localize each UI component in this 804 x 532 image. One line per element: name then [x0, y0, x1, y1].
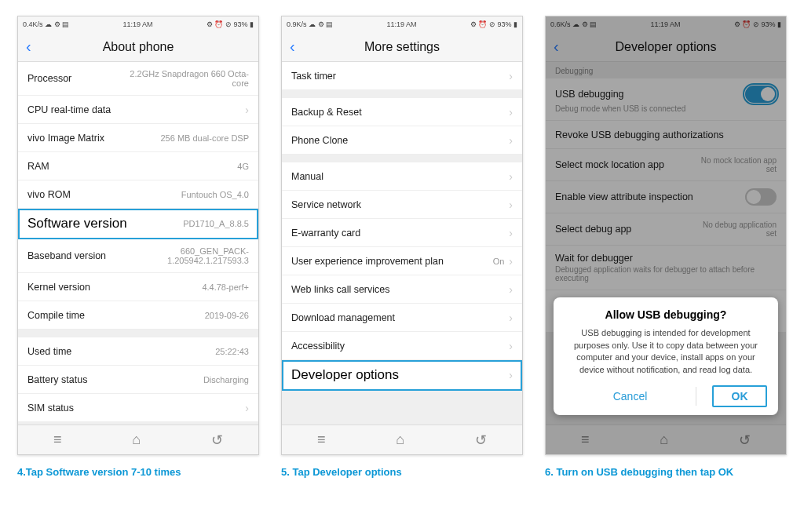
row-accessibility[interactable]: Accessibility › — [282, 332, 522, 360]
status-right: ⚙ ⏰ ⊘ 93% ▮ — [470, 20, 517, 28]
page-title: Developer options — [569, 40, 762, 54]
recent-apps-icon[interactable]: ≡ — [53, 432, 62, 448]
home-icon[interactable]: ⌂ — [660, 432, 668, 448]
page-title: More settings — [305, 40, 499, 54]
back-button[interactable]: ‹ — [290, 38, 305, 56]
settings-list: Task timer › Backup & Reset › Phone Clon… — [282, 62, 522, 425]
view-attr-toggle[interactable] — [745, 188, 777, 206]
row-vivo-rom[interactable]: vivo ROM Funtouch OS_4.0 — [18, 180, 258, 209]
chevron-right-icon: › — [509, 312, 513, 324]
section-gap — [282, 155, 522, 162]
status-left: 0.6K/s ☁ ⚙ ▤ — [550, 20, 597, 28]
chevron-right-icon: › — [245, 104, 249, 116]
row-label: Used time — [27, 346, 215, 357]
row-revoke-auth[interactable]: Revoke USB debugging authorizations — [546, 121, 786, 149]
row-label: Baseband version — [27, 250, 123, 261]
row-baseband[interactable]: Baseband version 660_GEN_PACK-1.205942.1… — [18, 239, 258, 273]
row-service-network[interactable]: Service network › — [282, 191, 522, 219]
header: ‹ About phone — [18, 32, 258, 62]
row-value: 4G — [237, 162, 249, 171]
row-label: Backup & Reset — [291, 107, 504, 118]
row-kernel[interactable]: Kernel version 4.4.78-perf+ — [18, 273, 258, 301]
phone-screen-about: 0.4K/s ☁ ⚙ ▤ 11:19 AM ⚙ ⏰ ⊘ 93% ▮ ‹ Abou… — [17, 16, 259, 455]
row-processor[interactable]: Processor 2.2GHz Snapdragon 660 Octa-cor… — [18, 62, 258, 96]
row-select-debug-app[interactable]: Select debug app No debug application se… — [546, 213, 786, 246]
dialog-cancel-button[interactable]: Cancel — [565, 385, 696, 407]
row-used-time[interactable]: Used time 25:22:43 — [18, 337, 258, 366]
row-label: CPU real-time data — [27, 104, 240, 115]
row-cpu-realtime[interactable]: CPU real-time data › — [18, 96, 258, 124]
row-label: Service network — [291, 199, 504, 210]
chevron-right-icon: › — [509, 369, 513, 381]
row-label: Compile time — [27, 310, 205, 321]
status-bar: 0.9K/s ☁ ⚙ ▤ 11:19 AM ⚙ ⏰ ⊘ 93% ▮ — [282, 16, 522, 32]
row-battery-status[interactable]: Battery status Discharging — [18, 366, 258, 394]
home-icon[interactable]: ⌂ — [396, 432, 404, 448]
row-label: Kernel version — [27, 282, 202, 293]
row-developer-options[interactable]: Developer options › — [282, 360, 522, 391]
status-left: 0.9K/s ☁ ⚙ ▤ — [287, 20, 333, 28]
row-ewarranty[interactable]: E-warranty card › — [282, 219, 522, 247]
row-label: Battery status — [27, 374, 203, 385]
row-ram[interactable]: RAM 4G — [18, 152, 258, 180]
section-header-debugging: Debugging — [546, 62, 786, 78]
row-wait-debugger[interactable]: Wait for debugger Debugged application w… — [546, 246, 786, 290]
row-label: Revoke USB debugging authorizations — [555, 129, 777, 140]
step-caption: 5. Tap Developer options — [281, 466, 523, 478]
row-label: Task timer — [291, 71, 504, 82]
row-phone-clone[interactable]: Phone Clone › — [282, 126, 522, 155]
back-icon[interactable]: ↺ — [211, 432, 223, 449]
status-right: ⚙ ⏰ ⊘ 93% ▮ — [734, 20, 781, 28]
chevron-right-icon: › — [509, 227, 513, 239]
row-sim-status[interactable]: SIM status › — [18, 394, 258, 422]
section-gap — [282, 90, 522, 98]
row-label: Software version — [27, 216, 183, 231]
back-icon[interactable]: ↺ — [475, 432, 487, 449]
status-left: 0.4K/s ☁ ⚙ ▤ — [23, 20, 69, 28]
row-label: Download management — [291, 312, 504, 323]
row-mock-location[interactable]: Select mock location app No mock locatio… — [546, 149, 786, 181]
recent-apps-icon[interactable]: ≡ — [317, 432, 326, 448]
row-value: 25:22:43 — [215, 347, 249, 356]
step-caption: 6. Turn on USB debugging then tap OK — [545, 466, 787, 478]
status-bar: 0.6K/s ☁ ⚙ ▤ 11:19 AM ⚙ ⏰ ⊘ 93% ▮ — [546, 16, 786, 32]
chevron-right-icon: › — [509, 134, 513, 147]
section-gap — [18, 330, 258, 337]
chevron-right-icon: › — [509, 283, 513, 296]
row-view-attribute[interactable]: Enable view attribute inspection — [546, 181, 786, 213]
back-button[interactable]: ‹ — [554, 38, 569, 56]
step-caption: 4.Tap Software version 7-10 times — [17, 466, 259, 478]
system-nav-bar: ≡ ⌂ ↺ — [282, 425, 522, 454]
row-download-management[interactable]: Download management › — [282, 304, 522, 332]
status-time: 11:19 AM — [650, 20, 680, 28]
header: ‹ More settings — [282, 32, 522, 62]
row-label: vivo ROM — [27, 189, 181, 200]
settings-list: Processor 2.2GHz Snapdragon 660 Octa-cor… — [18, 62, 258, 425]
row-user-experience[interactable]: User experience improvement plan On › — [282, 247, 522, 275]
back-button[interactable]: ‹ — [26, 38, 42, 56]
row-image-matrix[interactable]: vivo Image Matrix 256 MB dual-core DSP — [18, 124, 258, 152]
home-icon[interactable]: ⌂ — [132, 432, 141, 448]
row-manual[interactable]: Manual › — [282, 162, 522, 191]
chevron-right-icon: › — [509, 170, 513, 183]
row-backup-reset[interactable]: Backup & Reset › — [282, 98, 522, 126]
row-label: RAM — [27, 161, 237, 172]
row-label: USB debugging — [555, 89, 745, 100]
row-label: SIM status — [27, 403, 240, 414]
dialog-ok-button[interactable]: OK — [712, 385, 767, 407]
row-usb-debugging[interactable]: USB debugging Debug mode when USB is con… — [546, 78, 786, 121]
row-subtitle: Debug mode when USB is connected — [555, 104, 685, 113]
row-task-timer[interactable]: Task timer › — [282, 62, 522, 90]
system-nav-bar: ≡ ⌂ ↺ — [546, 425, 786, 454]
back-icon[interactable]: ↺ — [739, 432, 751, 449]
row-compile-time[interactable]: Compile time 2019-09-26 — [18, 301, 258, 330]
row-web-links[interactable]: Web links call services › — [282, 275, 522, 304]
row-label: Manual — [291, 171, 504, 182]
row-value: 660_GEN_PACK-1.205942.1.217593.3 — [123, 246, 249, 265]
system-nav-bar: ≡ ⌂ ↺ — [18, 425, 258, 454]
row-value: PD1710_A_8.8.5 — [183, 219, 249, 228]
row-label: Wait for debugger — [555, 253, 777, 264]
usb-debugging-toggle[interactable] — [745, 86, 777, 103]
recent-apps-icon[interactable]: ≡ — [581, 432, 590, 448]
row-software-version[interactable]: Software version PD1710_A_8.8.5 — [18, 209, 258, 239]
